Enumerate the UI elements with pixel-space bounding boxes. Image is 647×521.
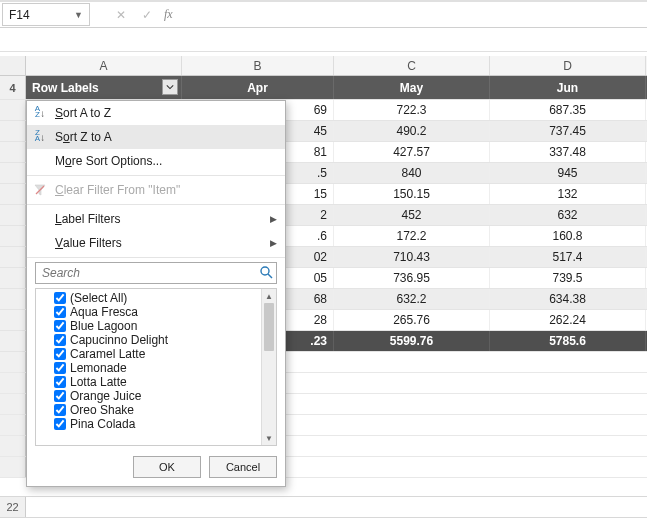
filter-checkbox-item[interactable]: Pina Colada (54, 417, 261, 431)
filter-item-label: Aqua Fresca (70, 305, 138, 319)
checkbox[interactable] (54, 390, 66, 402)
filter-checkbox-item[interactable]: Capucinno Delight (54, 333, 261, 347)
row-number[interactable] (0, 436, 26, 456)
cell[interactable]: 132 (490, 184, 646, 204)
cell[interactable]: 5785.6 (490, 331, 646, 351)
filter-checkbox-item[interactable]: Lotta Latte (54, 375, 261, 389)
cell[interactable]: 632.2 (334, 289, 490, 309)
filter-checkbox-list: (Select All)Aqua FrescaBlue LagoonCapuci… (35, 288, 277, 446)
checkbox[interactable] (54, 306, 66, 318)
row-number[interactable] (0, 268, 26, 288)
close-icon: ✕ (116, 8, 126, 22)
cell[interactable]: 722.3 (334, 100, 490, 120)
cell[interactable]: 172.2 (334, 226, 490, 246)
row-number[interactable] (0, 205, 26, 225)
row-number[interactable] (0, 373, 26, 393)
column-header-d[interactable]: D (490, 56, 646, 75)
cancel-formula-button: ✕ (109, 3, 133, 27)
check-icon: ✓ (142, 8, 152, 22)
cell[interactable]: 5599.76 (334, 331, 490, 351)
checkbox[interactable] (54, 334, 66, 346)
filter-checkbox-item[interactable]: Aqua Fresca (54, 305, 261, 319)
column-headers: A B C D (0, 56, 647, 76)
cell[interactable]: 490.2 (334, 121, 490, 141)
cell[interactable]: 160.8 (490, 226, 646, 246)
row-number[interactable] (0, 121, 26, 141)
cell[interactable]: 737.45 (490, 121, 646, 141)
row-number[interactable]: 22 (0, 497, 26, 517)
row-number[interactable] (0, 163, 26, 183)
scroll-up-icon[interactable]: ▲ (262, 289, 276, 303)
filter-checkbox-item[interactable]: Blue Lagoon (54, 319, 261, 333)
cell[interactable]: 736.95 (334, 268, 490, 288)
clear-filter-item: Clear Filter From "Item" (27, 178, 285, 202)
filter-checkbox-item[interactable]: (Select All) (54, 291, 261, 305)
checkbox[interactable] (54, 418, 66, 430)
row-number[interactable] (0, 289, 26, 309)
header-may[interactable]: May (334, 76, 490, 99)
cell[interactable]: 265.76 (334, 310, 490, 330)
filter-search-input[interactable] (35, 262, 277, 284)
row-number[interactable] (0, 100, 26, 120)
filter-checkbox-item[interactable]: Orange Juice (54, 389, 261, 403)
row-number[interactable] (0, 394, 26, 414)
filter-checkbox-item[interactable]: Lemonade (54, 361, 261, 375)
row-number[interactable] (0, 352, 26, 372)
name-box[interactable]: F14 ▼ (2, 3, 90, 26)
cell[interactable]: 634.38 (490, 289, 646, 309)
search-icon[interactable] (259, 265, 273, 282)
filter-item-label: Oreo Shake (70, 403, 134, 417)
row-number[interactable]: 4 (0, 76, 26, 99)
filter-item-label: (Select All) (70, 291, 127, 305)
cell[interactable]: 739.5 (490, 268, 646, 288)
filter-checkbox-item[interactable]: Caramel Latte (54, 347, 261, 361)
cell[interactable]: 687.35 (490, 100, 646, 120)
cell[interactable]: 517.4 (490, 247, 646, 267)
row-labels-header[interactable]: Row Labels (26, 76, 182, 99)
cell[interactable]: 945 (490, 163, 646, 183)
row-number[interactable] (0, 310, 26, 330)
cancel-button[interactable]: Cancel (209, 456, 277, 478)
sort-descending-item[interactable]: ZA↓ Sort Z to A (27, 125, 285, 149)
header-jun[interactable]: Jun (490, 76, 646, 99)
cell[interactable]: 427.57 (334, 142, 490, 162)
checkbox[interactable] (54, 348, 66, 360)
scroll-down-icon[interactable]: ▼ (262, 431, 276, 445)
filter-checkbox-item[interactable]: Oreo Shake (54, 403, 261, 417)
row-number[interactable] (0, 247, 26, 267)
checkbox[interactable] (54, 320, 66, 332)
row-number[interactable] (0, 142, 26, 162)
scroll-thumb[interactable] (264, 303, 274, 351)
header-apr[interactable]: Apr (182, 76, 334, 99)
scrollbar[interactable]: ▲ ▼ (261, 289, 276, 445)
fx-label[interactable]: fx (164, 7, 173, 22)
row-number[interactable] (0, 457, 26, 477)
value-filters-item[interactable]: Value Filters ▶ (27, 231, 285, 255)
column-header-b[interactable]: B (182, 56, 334, 75)
sort-ascending-item[interactable]: AZ↓ Sort A to Z (27, 101, 285, 125)
row-number[interactable] (0, 331, 26, 351)
filter-item-label: Lotta Latte (70, 375, 127, 389)
column-header-a[interactable]: A (26, 56, 182, 75)
label-filters-item[interactable]: Label Filters ▶ (27, 207, 285, 231)
row-number[interactable] (0, 415, 26, 435)
accept-formula-button: ✓ (135, 3, 159, 27)
row-number[interactable] (0, 226, 26, 246)
checkbox[interactable] (54, 362, 66, 374)
cell[interactable]: 840 (334, 163, 490, 183)
checkbox[interactable] (54, 404, 66, 416)
ok-button[interactable]: OK (133, 456, 201, 478)
row-22: 22 (0, 496, 647, 518)
cell[interactable]: 337.48 (490, 142, 646, 162)
filter-dropdown-button[interactable] (162, 79, 178, 95)
column-header-c[interactable]: C (334, 56, 490, 75)
cell[interactable]: 710.43 (334, 247, 490, 267)
cell[interactable]: 452 (334, 205, 490, 225)
cell[interactable]: 632 (490, 205, 646, 225)
checkbox[interactable] (54, 376, 66, 388)
more-sort-options-item[interactable]: More Sort Options... (27, 149, 285, 173)
cell[interactable]: 150.15 (334, 184, 490, 204)
cell[interactable]: 262.24 (490, 310, 646, 330)
row-number[interactable] (0, 184, 26, 204)
checkbox[interactable] (54, 292, 66, 304)
